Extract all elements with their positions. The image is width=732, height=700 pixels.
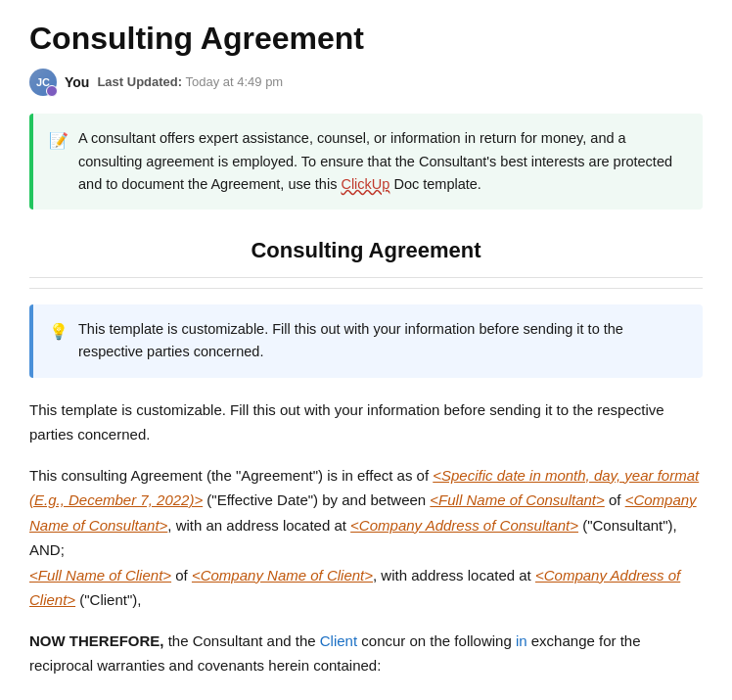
avatar-initials: JC [36,74,50,92]
memo-icon: 📝 [49,128,69,154]
clickup-link[interactable]: ClickUp [341,176,389,192]
text-address: , with an address located at [167,517,350,534]
info-callout-text: This template is customizable. Fill this… [78,318,687,363]
page-title: Consulting Agreement [29,20,703,57]
avatar: JC [29,69,57,96]
author-name: You [65,71,89,93]
doc-section-title: Consulting Agreement [29,233,703,278]
last-updated-label: Last Updated: [97,74,182,89]
now-therefore-bold: NOW THEREFORE, [29,632,164,649]
link-consultant-address[interactable]: <Company Address of Consultant> [350,517,578,534]
author-bar: JC You Last Updated: Today at 4:49 pm [29,69,703,96]
info-callout: 💡 This template is customizable. Fill th… [29,304,703,377]
text-of2: of [171,567,192,583]
text-address2: , with address located at [373,567,535,583]
text-effective: ("Effective Date") by and between [203,491,430,508]
body-paragraph-1: This template is customizable. Fill this… [29,397,703,447]
intro-callout-text: A consultant offers expert assistance, c… [78,127,687,196]
now-therefore-text2: concur on the following [357,632,516,649]
in-blue-text: in [516,632,527,649]
now-therefore-text: the Consultant and the [164,632,320,649]
lightbulb-icon: 💡 [49,319,69,345]
now-therefore-paragraph: NOW THEREFORE, the Consultant and the Cl… [29,629,703,678]
link-client-company[interactable]: <Company Name of Client> [192,567,373,583]
link-consultant-name[interactable]: <Full Name of Consultant> [430,491,604,508]
body-paragraph-2: This consulting Agreement (the "Agreemen… [29,463,703,613]
last-updated: Last Updated: Today at 4:49 pm [97,72,283,93]
section-divider [29,288,703,289]
client-blue-text: Client [320,632,357,649]
text-client-end: ("Client"), [75,591,141,608]
intro-text-part2: Doc template. [389,176,481,192]
last-updated-value: Today at 4:49 pm [185,74,283,89]
agreement-intro: This consulting Agreement (the "Agreemen… [29,467,433,484]
link-client-name[interactable]: <Full Name of Client> [29,567,171,583]
intro-callout: 📝 A consultant offers expert assistance,… [29,114,703,210]
text-of: of [605,491,625,508]
